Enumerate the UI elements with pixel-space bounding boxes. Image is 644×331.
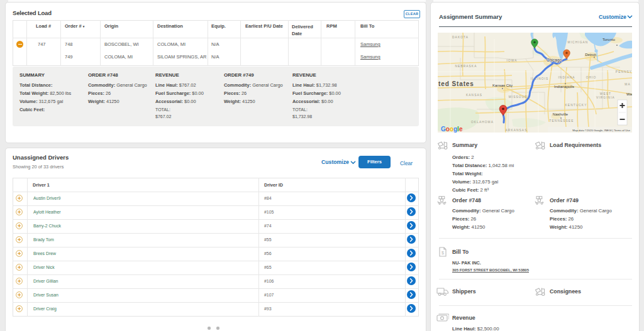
svg-text:IOWA: IOWA xyxy=(506,59,517,62)
svg-text:PENNSY: PENNSY xyxy=(616,70,632,73)
svg-text:OHIO: OHIO xyxy=(586,76,597,79)
svg-text:Nashville: Nashville xyxy=(553,112,569,116)
svg-text:MISSOURI: MISSOURI xyxy=(509,95,530,99)
svg-text:Kansas City: Kansas City xyxy=(492,84,513,87)
svg-text:KANSAS: KANSAS xyxy=(466,94,482,97)
svg-text:KENTUCKY: KENTUCKY xyxy=(565,104,587,107)
svg-text:Detroit: Detroit xyxy=(585,53,596,57)
svg-text:OKLAHOMA: OKLAHOMA xyxy=(471,121,494,124)
svg-text:Chicago: Chicago xyxy=(547,58,562,63)
svg-text:Toronto: Toronto xyxy=(602,38,616,41)
svg-text:MICHIGAN: MICHIGAN xyxy=(568,41,589,44)
svg-text:ted States: ted States xyxy=(438,80,474,87)
svg-text:Google: Google xyxy=(441,126,463,133)
svg-text:Was: Was xyxy=(626,92,632,96)
svg-text:VIRGINIA: VIRGINIA xyxy=(596,96,615,99)
svg-text:MA: MA xyxy=(625,83,630,86)
svg-text:INDIANA: INDIANA xyxy=(558,76,575,79)
svg-text:DAKOTA: DAKOTA xyxy=(452,36,469,39)
svg-text:Indianapolis: Indianapolis xyxy=(554,85,574,89)
svg-text:ARKANSAS: ARKANSAS xyxy=(506,129,528,132)
svg-text:ILLINOIS: ILLINOIS xyxy=(531,77,549,80)
svg-text:WEST: WEST xyxy=(600,92,611,95)
svg-text:$: $ xyxy=(441,251,444,255)
svg-text:Map data ©2020 Google, INEGI |: Map data ©2020 Google, INEGI | Terms of … xyxy=(572,129,630,132)
svg-text:NEBRASKA: NEBRASKA xyxy=(455,65,477,68)
svg-text:TENNESSEE: TENNESSEE xyxy=(550,119,574,122)
